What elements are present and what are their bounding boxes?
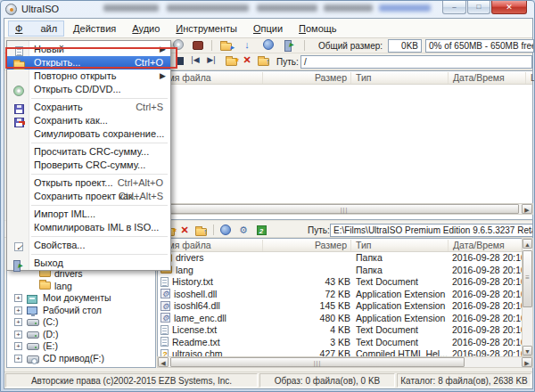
- refresh-globe-icon[interactable]: [218, 224, 233, 236]
- expand-icon[interactable]: [14, 294, 22, 302]
- tree-item-desktop[interactable]: Рабочий стол: [7, 305, 155, 317]
- scroll-thumb[interactable]: ≡: [523, 250, 532, 307]
- menu-item-save-project-as[interactable]: Сохранить проект как... Ctrl+Alt+S: [7, 190, 170, 203]
- menubar-actions[interactable]: Действия: [66, 20, 123, 37]
- menubar-file[interactable]: ФФайлайл: [8, 20, 64, 37]
- menu-item-compile-iml[interactable]: Компилировать IML в ISO...: [7, 221, 170, 234]
- stop-icon[interactable]: [172, 53, 186, 66]
- column-date[interactable]: Дата/Время: [449, 72, 526, 84]
- burn-cd-icon[interactable]: [171, 38, 185, 51]
- maximize-button[interactable]: □: [467, 1, 490, 14]
- local-path-field[interactable]: E:\Films\UltraISO Premium Edition 9.6.5.…: [330, 224, 533, 237]
- local-hscrollbar[interactable]: |||: [157, 356, 533, 368]
- menu-item-save[interactable]: Сохранить Ctrl+S: [7, 101, 170, 114]
- client-area: ФФайлайл Действия Аудио Инструменты Опци…: [4, 18, 533, 389]
- menu-item-save-as[interactable]: Сохранить как...: [7, 114, 170, 127]
- menu-item-verify-crc[interactable]: Проверить CRC-сумму...: [7, 159, 170, 172]
- scroll-left-icon[interactable]: [158, 357, 169, 367]
- delete-icon[interactable]: ✕: [240, 53, 254, 66]
- column-type[interactable]: Тип: [352, 72, 449, 84]
- file-row[interactable]: isoshell.dll 72 KB Application Extension…: [158, 289, 532, 301]
- export-folder-icon[interactable]: [218, 38, 233, 51]
- menu-label: Проверить CRC-сумму...: [34, 159, 145, 170]
- tree-item-documents[interactable]: Мои документы: [7, 292, 155, 305]
- menu-label: Компилировать IML в ISO...: [34, 222, 159, 233]
- local-file-list[interactable]: Имя файла Размер Тип Дата/Время drivers …: [157, 238, 533, 368]
- column-name[interactable]: Имя файла: [158, 72, 263, 84]
- column-name[interactable]: Имя файла: [158, 240, 263, 251]
- scroll-up-icon[interactable]: [523, 239, 532, 249]
- menubar-options[interactable]: Опции: [246, 20, 290, 37]
- file-row[interactable]: Readme.txt 3 KB Text Document 2016-09-28…: [158, 337, 532, 349]
- drive-icon: [27, 343, 39, 350]
- file-row[interactable]: drivers Папка 2016-09-28 20:10: [158, 252, 532, 265]
- tree-item-cd-drive-f[interactable]: CD привод(F:): [7, 353, 155, 365]
- local-vscrollbar[interactable]: ≡: [522, 238, 533, 356]
- scroll-right-icon[interactable]: [522, 204, 532, 214]
- tree-item-drive-e[interactable]: (E:): [7, 340, 155, 353]
- status-catalog-info: Каталог: 8 файла(ов), 2638 KB: [397, 373, 531, 388]
- file-row[interactable]: isoshl64.dll 145 KB Application Extensio…: [158, 300, 532, 313]
- globe-icon[interactable]: [261, 38, 276, 51]
- file-row[interactable]: License.txt 4 KB Text Document 2016-09-2…: [158, 324, 532, 337]
- scroll-thumb[interactable]: |||: [170, 357, 465, 367]
- write-disk-icon[interactable]: [191, 38, 205, 51]
- menu-item-open-project[interactable]: Открыть проект... Ctrl+Alt+O: [7, 176, 170, 190]
- iso-hscrollbar[interactable]: |||: [157, 203, 533, 215]
- menubar-tools[interactable]: Инструменты: [169, 20, 244, 37]
- nav-forward-icon[interactable]: ▶|: [204, 53, 218, 66]
- iso-path-field[interactable]: /: [300, 55, 532, 69]
- expand-icon[interactable]: [14, 331, 22, 339]
- column-type[interactable]: Тип: [352, 240, 449, 251]
- expand-icon[interactable]: [14, 342, 22, 350]
- title-bar[interactable]: UltraISO – □ ✕: [1, 1, 534, 18]
- submenu-arrow-icon: ▶: [160, 69, 166, 83]
- file-row[interactable]: lang Папка 2016-09-28 20:10: [158, 265, 532, 277]
- menu-item-reopen[interactable]: Повторно открыть ▶: [7, 69, 170, 83]
- tree-item-drive-d[interactable]: (D:): [7, 329, 155, 341]
- ultraiso-app-icon: [5, 4, 17, 15]
- download-arrow-icon[interactable]: ↓: [240, 38, 254, 51]
- file-row[interactable]: History.txt 43 KB Text Document 2016-09-…: [158, 276, 532, 289]
- file-row[interactable]: lame_enc.dll 480 KB Application Extensio…: [158, 313, 532, 325]
- scroll-thumb[interactable]: |||: [169, 204, 519, 214]
- file-date: 2016-09-28 20:10: [452, 289, 525, 301]
- column-size[interactable]: Размер: [264, 72, 351, 84]
- scroll-down-icon[interactable]: [523, 346, 532, 355]
- column-size[interactable]: Размер: [264, 240, 351, 251]
- iso-file-list[interactable]: Имя файла Размер Тип Дата/Время L: [157, 70, 533, 220]
- tree-item-lang[interactable]: lang: [7, 281, 155, 293]
- file-name: isoshell.dll: [174, 289, 217, 299]
- column-date[interactable]: Дата/Время: [449, 240, 526, 251]
- expand-icon[interactable]: [14, 318, 22, 326]
- menu-item-open[interactable]: Открыть... Ctrl+O: [7, 56, 170, 69]
- gear-icon[interactable]: [236, 224, 251, 236]
- tree-item-drive-c[interactable]: (C:): [7, 316, 155, 329]
- menubar-help[interactable]: Помощь: [292, 20, 344, 37]
- new-folder-icon[interactable]: [224, 53, 238, 66]
- menubar-audio[interactable]: Аудио: [125, 20, 167, 37]
- menu-label: Новый: [34, 44, 64, 54]
- menu-item-new[interactable]: Новый ▶: [7, 43, 170, 56]
- menu-item-exit[interactable]: Выход: [7, 257, 170, 270]
- new-session-icon[interactable]: [254, 224, 268, 236]
- expand-icon[interactable]: [14, 306, 22, 314]
- menu-item-simulate-save[interactable]: Симулировать сохранение...: [7, 127, 170, 141]
- close-button[interactable]: ✕: [491, 1, 527, 14]
- column-lba[interactable]: L: [527, 72, 534, 84]
- up-folder-icon[interactable]: [193, 224, 208, 236]
- menu-item-open-cd[interactable]: Открыть CD/DVD...: [7, 83, 170, 96]
- menu-item-import-iml[interactable]: Импорт IML...: [7, 208, 170, 221]
- exit-door-icon[interactable]: [283, 38, 297, 51]
- scroll-right-icon[interactable]: [522, 357, 532, 367]
- file-type: Application Extension: [356, 300, 450, 313]
- text-doc-icon: [160, 277, 169, 287]
- delete-icon[interactable]: ✕: [177, 224, 192, 236]
- expand-icon[interactable]: [14, 355, 22, 363]
- dll-icon: [160, 313, 170, 323]
- menu-item-calc-crc[interactable]: Просчитать CRC-сумму...: [7, 145, 170, 159]
- menu-item-properties[interactable]: Свойства...: [7, 239, 170, 252]
- nav-back-icon[interactable]: |◀: [188, 53, 202, 66]
- up-folder-icon[interactable]: [256, 53, 270, 66]
- minimize-button[interactable]: –: [442, 1, 466, 14]
